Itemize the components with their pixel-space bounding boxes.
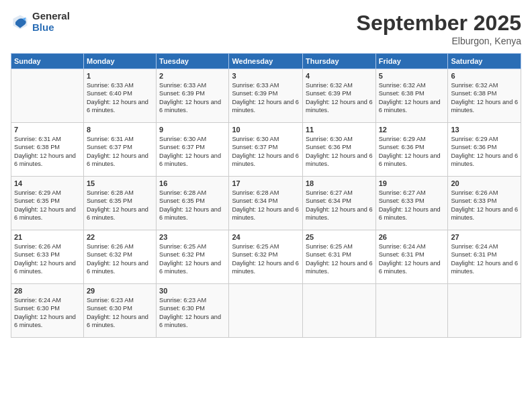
day-num-20: 20 bbox=[451, 179, 518, 187]
week-row-3: 14Sunrise: 6:29 AMSunset: 6:35 PMDayligh… bbox=[11, 177, 521, 230]
cell-4-6 bbox=[448, 284, 521, 338]
day-info-27: Sunrise: 6:24 AMSunset: 6:31 PMDaylight:… bbox=[451, 242, 518, 276]
cell-1-4: 11Sunrise: 6:30 AMSunset: 6:36 PMDayligh… bbox=[303, 123, 376, 177]
day-num-21: 21 bbox=[14, 233, 81, 241]
cell-2-5: 19Sunrise: 6:27 AMSunset: 6:33 PMDayligh… bbox=[375, 177, 448, 230]
day-info-21: Sunrise: 6:26 AMSunset: 6:33 PMDaylight:… bbox=[14, 242, 81, 276]
day-info-18: Sunrise: 6:27 AMSunset: 6:34 PMDaylight:… bbox=[306, 189, 373, 222]
week-row-1: 1Sunrise: 6:33 AMSunset: 6:40 PMDaylight… bbox=[11, 69, 521, 123]
cell-4-2: 30Sunrise: 6:23 AMSunset: 6:30 PMDayligh… bbox=[157, 284, 229, 338]
cell-0-4: 4Sunrise: 6:32 AMSunset: 6:39 PMDaylight… bbox=[303, 69, 376, 123]
weekday-header-row: Sunday Monday Tuesday Wednesday Thursday… bbox=[11, 54, 521, 69]
day-num-18: 18 bbox=[306, 179, 373, 187]
calendar-body: 1Sunrise: 6:33 AMSunset: 6:40 PMDaylight… bbox=[11, 69, 521, 338]
day-num-15: 15 bbox=[87, 179, 153, 187]
day-info-9: Sunrise: 6:30 AMSunset: 6:37 PMDaylight:… bbox=[159, 135, 226, 169]
location: Elburgon, Kenya bbox=[357, 36, 521, 46]
day-info-8: Sunrise: 6:31 AMSunset: 6:37 PMDaylight:… bbox=[87, 135, 153, 169]
week-row-5: 28Sunrise: 6:24 AMSunset: 6:30 PMDayligh… bbox=[11, 284, 521, 338]
cell-0-2: 2Sunrise: 6:33 AMSunset: 6:39 PMDaylight… bbox=[157, 69, 229, 123]
cell-2-4: 18Sunrise: 6:27 AMSunset: 6:34 PMDayligh… bbox=[303, 177, 376, 230]
header-friday: Friday bbox=[375, 54, 448, 69]
header-saturday: Saturday bbox=[448, 54, 521, 69]
header-monday: Monday bbox=[83, 54, 156, 69]
day-num-14: 14 bbox=[14, 179, 81, 187]
day-info-7: Sunrise: 6:31 AMSunset: 6:38 PMDaylight:… bbox=[14, 135, 81, 169]
cell-4-1: 29Sunrise: 6:23 AMSunset: 6:30 PMDayligh… bbox=[83, 284, 156, 338]
day-info-28: Sunrise: 6:24 AMSunset: 6:30 PMDaylight:… bbox=[14, 296, 81, 330]
cell-0-0 bbox=[11, 69, 84, 123]
day-info-13: Sunrise: 6:29 AMSunset: 6:36 PMDaylight:… bbox=[451, 135, 518, 169]
cell-1-3: 10Sunrise: 6:30 AMSunset: 6:37 PMDayligh… bbox=[229, 123, 303, 177]
cell-2-2: 16Sunrise: 6:28 AMSunset: 6:35 PMDayligh… bbox=[157, 177, 229, 230]
day-num-13: 13 bbox=[451, 126, 518, 134]
day-num-11: 11 bbox=[306, 126, 373, 134]
page: General Blue September 2025 Elburgon, Ke… bbox=[0, 0, 532, 411]
day-num-17: 17 bbox=[232, 179, 300, 187]
cell-1-6: 13Sunrise: 6:29 AMSunset: 6:36 PMDayligh… bbox=[448, 123, 521, 177]
cell-4-5 bbox=[375, 284, 448, 338]
day-num-12: 12 bbox=[379, 126, 445, 134]
day-info-24: Sunrise: 6:25 AMSunset: 6:32 PMDaylight:… bbox=[232, 242, 300, 276]
logo-blue-text: Blue bbox=[32, 22, 70, 34]
day-info-2: Sunrise: 6:33 AMSunset: 6:39 PMDaylight:… bbox=[159, 81, 226, 115]
header-wednesday: Wednesday bbox=[229, 54, 303, 69]
cell-4-3 bbox=[229, 284, 303, 338]
cell-4-4 bbox=[303, 284, 376, 338]
day-num-8: 8 bbox=[87, 126, 153, 134]
day-num-23: 23 bbox=[159, 233, 226, 241]
day-num-24: 24 bbox=[232, 233, 300, 241]
day-info-30: Sunrise: 6:23 AMSunset: 6:30 PMDaylight:… bbox=[159, 296, 226, 330]
day-num-25: 25 bbox=[306, 233, 373, 241]
day-info-14: Sunrise: 6:29 AMSunset: 6:35 PMDaylight:… bbox=[14, 189, 81, 222]
logo-icon bbox=[11, 13, 30, 32]
calendar-header: Sunday Monday Tuesday Wednesday Thursday… bbox=[11, 54, 521, 69]
cell-1-0: 7Sunrise: 6:31 AMSunset: 6:38 PMDaylight… bbox=[11, 123, 84, 177]
cell-2-0: 14Sunrise: 6:29 AMSunset: 6:35 PMDayligh… bbox=[11, 177, 84, 230]
day-num-6: 6 bbox=[451, 72, 518, 80]
day-info-26: Sunrise: 6:24 AMSunset: 6:31 PMDaylight:… bbox=[379, 242, 445, 276]
title-block: September 2025 Elburgon, Kenya bbox=[357, 11, 521, 46]
week-row-4: 21Sunrise: 6:26 AMSunset: 6:33 PMDayligh… bbox=[11, 230, 521, 284]
cell-0-1: 1Sunrise: 6:33 AMSunset: 6:40 PMDaylight… bbox=[83, 69, 156, 123]
cell-0-3: 3Sunrise: 6:33 AMSunset: 6:39 PMDaylight… bbox=[229, 69, 303, 123]
cell-1-5: 12Sunrise: 6:29 AMSunset: 6:36 PMDayligh… bbox=[375, 123, 448, 177]
day-info-15: Sunrise: 6:28 AMSunset: 6:35 PMDaylight:… bbox=[87, 189, 153, 222]
cell-2-6: 20Sunrise: 6:26 AMSunset: 6:33 PMDayligh… bbox=[448, 177, 521, 230]
header-sunday: Sunday bbox=[11, 54, 84, 69]
day-info-1: Sunrise: 6:33 AMSunset: 6:40 PMDaylight:… bbox=[87, 81, 153, 115]
day-info-17: Sunrise: 6:28 AMSunset: 6:34 PMDaylight:… bbox=[232, 189, 300, 222]
cell-1-2: 9Sunrise: 6:30 AMSunset: 6:37 PMDaylight… bbox=[157, 123, 229, 177]
day-info-11: Sunrise: 6:30 AMSunset: 6:36 PMDaylight:… bbox=[306, 135, 373, 169]
month-title: September 2025 bbox=[357, 11, 521, 36]
day-num-29: 29 bbox=[87, 287, 153, 295]
day-info-20: Sunrise: 6:26 AMSunset: 6:33 PMDaylight:… bbox=[451, 189, 518, 222]
day-num-19: 19 bbox=[379, 179, 445, 187]
cell-3-5: 26Sunrise: 6:24 AMSunset: 6:31 PMDayligh… bbox=[375, 230, 448, 284]
day-info-12: Sunrise: 6:29 AMSunset: 6:36 PMDaylight:… bbox=[379, 135, 445, 169]
header: General Blue September 2025 Elburgon, Ke… bbox=[11, 11, 521, 46]
day-info-19: Sunrise: 6:27 AMSunset: 6:33 PMDaylight:… bbox=[379, 189, 445, 222]
calendar-table: Sunday Monday Tuesday Wednesday Thursday… bbox=[11, 53, 521, 338]
day-info-4: Sunrise: 6:32 AMSunset: 6:39 PMDaylight:… bbox=[306, 81, 373, 115]
cell-3-3: 24Sunrise: 6:25 AMSunset: 6:32 PMDayligh… bbox=[229, 230, 303, 284]
day-num-9: 9 bbox=[159, 126, 226, 134]
day-info-23: Sunrise: 6:25 AMSunset: 6:32 PMDaylight:… bbox=[159, 242, 226, 276]
cell-3-4: 25Sunrise: 6:25 AMSunset: 6:31 PMDayligh… bbox=[303, 230, 376, 284]
day-num-16: 16 bbox=[159, 179, 226, 187]
cell-3-6: 27Sunrise: 6:24 AMSunset: 6:31 PMDayligh… bbox=[448, 230, 521, 284]
header-thursday: Thursday bbox=[303, 54, 376, 69]
day-info-3: Sunrise: 6:33 AMSunset: 6:39 PMDaylight:… bbox=[232, 81, 300, 115]
day-info-6: Sunrise: 6:32 AMSunset: 6:38 PMDaylight:… bbox=[451, 81, 518, 115]
day-num-4: 4 bbox=[306, 72, 373, 80]
day-info-16: Sunrise: 6:28 AMSunset: 6:35 PMDaylight:… bbox=[159, 189, 226, 222]
day-info-5: Sunrise: 6:32 AMSunset: 6:38 PMDaylight:… bbox=[379, 81, 445, 115]
cell-0-5: 5Sunrise: 6:32 AMSunset: 6:38 PMDaylight… bbox=[375, 69, 448, 123]
day-num-7: 7 bbox=[14, 126, 81, 134]
logo-text: General Blue bbox=[32, 11, 70, 33]
day-num-2: 2 bbox=[159, 72, 226, 80]
cell-0-6: 6Sunrise: 6:32 AMSunset: 6:38 PMDaylight… bbox=[448, 69, 521, 123]
cell-3-0: 21Sunrise: 6:26 AMSunset: 6:33 PMDayligh… bbox=[11, 230, 84, 284]
cell-4-0: 28Sunrise: 6:24 AMSunset: 6:30 PMDayligh… bbox=[11, 284, 84, 338]
day-num-22: 22 bbox=[87, 233, 153, 241]
